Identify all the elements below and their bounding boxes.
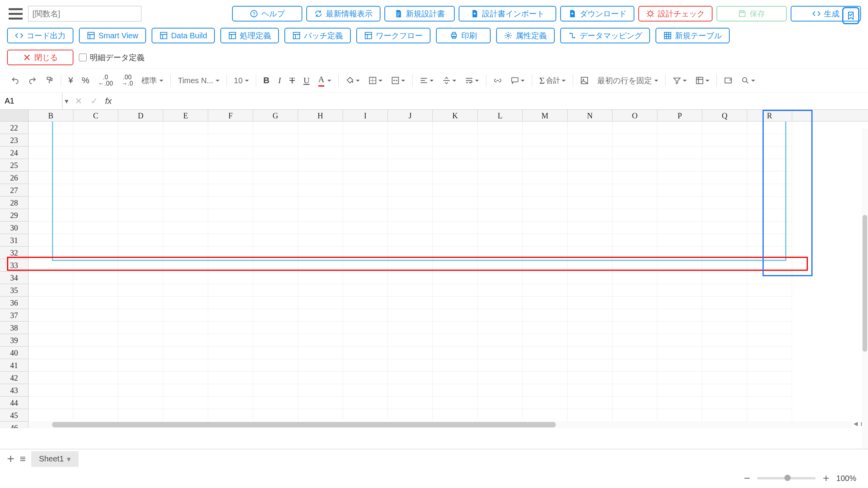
cell[interactable] [702,297,747,309]
horizontal-scrollbar[interactable] [29,421,852,428]
cell[interactable] [163,247,208,259]
cell[interactable] [702,184,747,197]
cell[interactable] [163,359,208,372]
cell[interactable] [433,397,478,409]
cell[interactable] [747,284,792,297]
cell[interactable] [568,122,613,134]
cell[interactable] [388,384,433,397]
cell[interactable] [657,222,702,234]
cell[interactable] [253,234,298,247]
data-mapping-button[interactable]: データマッピング [560,28,650,43]
cell[interactable] [478,147,523,159]
cell[interactable] [163,322,208,334]
smart-view-button[interactable]: Smart View [79,28,146,43]
cell[interactable] [118,322,163,334]
cell[interactable] [298,122,343,134]
cell[interactable] [29,309,73,322]
cell[interactable] [253,284,298,297]
col-header-L[interactable]: L [478,110,523,121]
row-header-42[interactable]: 42 [0,372,28,384]
cell[interactable] [657,322,702,334]
cell[interactable] [29,172,73,184]
cell[interactable] [298,409,343,422]
cell[interactable] [343,284,388,297]
col-header-corner[interactable] [0,110,29,121]
cell[interactable] [343,222,388,234]
row-header-34[interactable]: 34 [0,272,28,284]
cell[interactable] [253,184,298,197]
cell[interactable] [433,222,478,234]
cell[interactable] [568,397,613,409]
sheet-menu-button[interactable]: ≡ [20,453,26,465]
cell[interactable] [568,409,613,422]
cell[interactable] [613,184,657,197]
cell[interactable] [478,259,523,272]
cell[interactable] [29,197,73,209]
cell[interactable] [568,197,613,209]
cell[interactable] [163,384,208,397]
cell[interactable] [253,297,298,309]
cell[interactable] [433,259,478,272]
cell[interactable] [523,272,568,284]
cell[interactable] [208,159,253,172]
cell[interactable] [298,172,343,184]
cell[interactable] [523,184,568,197]
cell[interactable] [208,309,253,322]
cell[interactable] [343,359,388,372]
cell[interactable] [433,122,478,134]
cell[interactable] [702,159,747,172]
fill-color-button[interactable] [342,74,364,87]
design-check-button[interactable]: 設計チェック [638,6,713,21]
cell[interactable] [208,284,253,297]
strikethrough-button[interactable]: T [286,73,298,88]
cell[interactable] [343,259,388,272]
cell[interactable] [388,309,433,322]
hamburger-menu[interactable] [7,7,24,21]
decrease-decimal-button[interactable]: .00→.0 [118,72,137,89]
cell[interactable] [433,309,478,322]
cell[interactable] [29,134,73,147]
cell[interactable] [73,184,118,197]
cell[interactable] [568,172,613,184]
cell[interactable] [163,122,208,134]
cell[interactable] [253,222,298,234]
style-dropdown[interactable]: 標準 [138,74,167,88]
link-button[interactable] [489,74,506,87]
cell[interactable] [747,359,792,372]
col-header-D[interactable]: D [118,110,163,121]
cell[interactable] [388,284,433,297]
cell[interactable] [253,122,298,134]
cell[interactable] [747,309,792,322]
cell[interactable] [163,409,208,422]
cell[interactable] [208,222,253,234]
cell[interactable] [613,297,657,309]
cell[interactable] [208,372,253,384]
cell[interactable] [613,209,657,222]
cell[interactable] [29,334,73,347]
cell[interactable] [747,184,792,197]
cell[interactable] [702,147,747,159]
cell[interactable] [433,334,478,347]
cell[interactable] [208,247,253,259]
cell[interactable] [388,347,433,359]
cell[interactable] [388,172,433,184]
zoom-in-button[interactable]: + [823,472,829,484]
cell[interactable] [747,209,792,222]
freeze-dropdown[interactable]: 最初の行を固定 [593,74,662,88]
row-header-28[interactable]: 28 [0,197,28,209]
cell[interactable] [118,347,163,359]
cell[interactable] [73,409,118,422]
cell[interactable] [253,272,298,284]
cell[interactable] [343,209,388,222]
cell[interactable] [208,259,253,272]
cell[interactable] [253,259,298,272]
cell[interactable] [657,184,702,197]
wrap-button[interactable] [461,74,483,87]
cell[interactable] [208,197,253,209]
cell[interactable] [747,322,792,334]
cell[interactable] [298,334,343,347]
cell[interactable] [568,134,613,147]
function-name-input[interactable] [28,6,141,21]
cell[interactable] [253,359,298,372]
cell[interactable] [298,347,343,359]
